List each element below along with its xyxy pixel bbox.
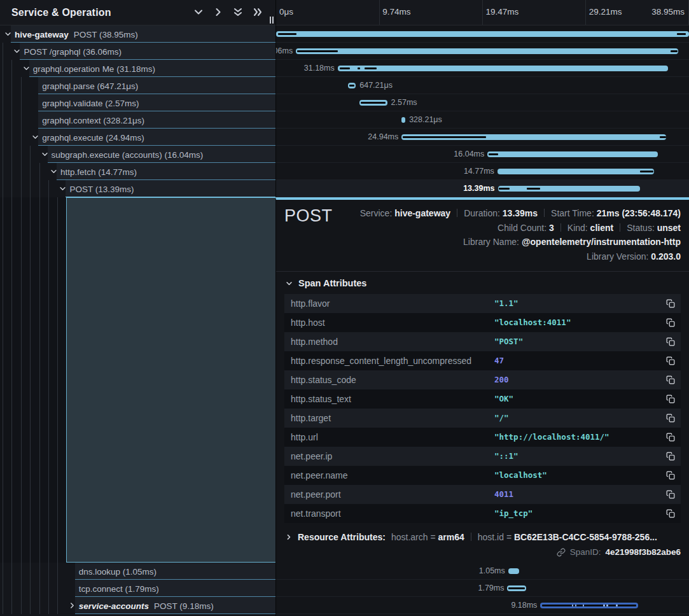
chevron-right-icon[interactable]	[286, 534, 292, 540]
indent-guide-line	[30, 563, 31, 580]
axis-tick: 9.74ms	[382, 7, 410, 17]
meta-separator	[560, 223, 561, 232]
span-timeline-cell: 31.18ms	[275, 60, 689, 77]
span-row: POST (13.39ms)13.39ms	[0, 180, 689, 197]
attribute-row: http.host"localhost:4011"	[284, 313, 681, 332]
span-rows-top: hive-gatewayPOST (38.95ms)POST /graphql …	[0, 25, 689, 197]
span-name-cell[interactable]: hive-gatewayPOST (38.95ms)	[0, 25, 275, 43]
meta-label: Kind:	[567, 223, 590, 233]
span-name-cell[interactable]: POST (13.39ms)	[0, 180, 275, 197]
copy-icon[interactable]	[666, 509, 675, 518]
span-timeline-cell: 2.57ms	[275, 94, 689, 111]
span-duration-bar[interactable]	[296, 48, 678, 54]
copy-icon[interactable]	[666, 375, 675, 384]
selected-span-highlight[interactable]	[66, 197, 275, 563]
indent-guide-line	[3, 129, 3, 146]
span-duration-bar[interactable]	[338, 66, 668, 71]
attribute-value: 47	[494, 351, 504, 370]
span-row-label: POST /graphql (36.06ms)	[24, 46, 122, 56]
span-name-cell[interactable]: graphql.execute (24.94ms)	[0, 129, 275, 146]
copy-icon[interactable]	[666, 395, 675, 403]
span-name-cell[interactable]: graphql.parse (647.21μs)	[0, 77, 275, 94]
indent-guide-line	[39, 197, 40, 563]
span-row: dns.lookup (1.05ms)1.05ms	[0, 563, 689, 580]
expand-one-icon[interactable]	[213, 7, 223, 17]
span-row: graphql.validate (2.57ms)2.57ms	[0, 94, 689, 111]
span-row-underline	[20, 59, 275, 60]
copy-icon[interactable]	[666, 318, 675, 327]
copy-icon[interactable]	[666, 356, 675, 365]
span-name-cell[interactable]: service-accountsPOST (9.18ms)	[0, 597, 275, 614]
span-timeline-cell: 24.94ms	[275, 129, 689, 146]
span-name-cell[interactable]: graphql.validate (2.57ms)	[0, 94, 275, 111]
span-duration-label: 31.18ms	[304, 64, 335, 73]
tree-controls	[193, 7, 263, 17]
indent-guide-line	[21, 146, 22, 163]
self-time-mark	[508, 587, 525, 589]
timeline-axis: 0μs 9.74ms 19.47ms 29.21ms 38.95ms	[275, 0, 689, 25]
span-duration-bar[interactable]	[498, 186, 640, 192]
attribute-row: http.target"/"	[284, 409, 681, 428]
indent-guide-line	[57, 580, 58, 597]
operation-name: http.fetch (14.77ms)	[60, 167, 137, 176]
span-row: graphql.operation Me (31.18ms)31.18ms	[0, 60, 689, 77]
chevron-down-icon[interactable]	[4, 31, 11, 38]
self-time-mark	[606, 605, 608, 606]
resource-attributes-row[interactable]: Resource Attributes: host.arch = arm64ho…	[284, 532, 681, 542]
span-duration-bar[interactable]	[276, 31, 689, 37]
span-name-cell[interactable]: subgraph.execute (accounts) (16.04ms)	[0, 146, 275, 163]
attribute-row: http.status_code200	[284, 370, 681, 389]
span-name-cell[interactable]: http.fetch (14.77ms)	[0, 163, 275, 180]
copy-icon[interactable]	[666, 299, 675, 308]
span-timeline-cell	[275, 25, 689, 43]
span-row-underline	[48, 162, 275, 163]
copy-icon[interactable]	[666, 471, 675, 480]
span-row: tcp.connect (1.79ms)1.79ms	[0, 580, 689, 597]
copy-icon[interactable]	[666, 490, 675, 499]
span-name-cell[interactable]: dns.lookup (1.05ms)	[0, 563, 275, 580]
chevron-down-icon[interactable]	[41, 151, 48, 158]
chevron-down-icon[interactable]	[59, 185, 66, 192]
panel-resize-handle[interactable]	[270, 17, 274, 24]
span-name-cell[interactable]: graphql.operation Me (31.18ms)	[0, 60, 275, 77]
operation-name: graphql.context (328.21μs)	[42, 115, 144, 125]
expand-all-icon[interactable]	[253, 7, 263, 17]
indent-guide-line	[21, 163, 22, 180]
copy-icon[interactable]	[666, 337, 675, 346]
chevron-down-icon[interactable]	[32, 134, 39, 141]
indent-guide-line	[3, 43, 3, 60]
span-timeline-cell: 16.04ms	[275, 146, 689, 163]
chevron-down-icon[interactable]	[13, 48, 20, 55]
span-name-cell[interactable]: POST /graphql (36.06ms)	[0, 43, 275, 60]
copy-icon[interactable]	[666, 433, 675, 442]
collapse-one-icon[interactable]	[193, 7, 204, 17]
span-name-cell[interactable]: tcp.connect (1.79ms)	[0, 580, 275, 597]
span-name-cell[interactable]: graphql.context (328.21μs)	[0, 111, 275, 129]
attribute-row: net.peer.port4011	[284, 485, 681, 504]
chevron-right-icon[interactable]	[69, 602, 76, 609]
resource-value: BC62E13B-C4CC-5854-9788-256...	[514, 532, 657, 542]
collapse-all-icon[interactable]	[233, 7, 243, 17]
span-duration-bar[interactable]	[498, 169, 654, 174]
self-time-mark	[365, 67, 377, 69]
indent-guide-line	[21, 563, 22, 580]
span-row-label: graphql.execute (24.94ms)	[42, 132, 144, 142]
indent-guide-line	[21, 111, 22, 129]
copy-icon[interactable]	[666, 414, 675, 423]
span-row-underline	[38, 128, 275, 129]
span-attributes-section-header[interactable]: Span Attributes	[286, 278, 681, 288]
span-duration-bar[interactable]	[487, 151, 657, 157]
self-time-mark	[278, 33, 296, 35]
link-icon[interactable]	[557, 548, 566, 557]
copy-icon[interactable]	[666, 452, 675, 461]
indent-guide-line	[57, 563, 58, 580]
span-duration-bar[interactable]	[401, 117, 405, 123]
span-row: graphql.execute (24.94ms)24.94ms	[0, 129, 689, 146]
chevron-down-icon[interactable]	[286, 280, 293, 287]
chevron-down-icon[interactable]	[23, 65, 30, 72]
span-duration-label: 16.04ms	[454, 150, 484, 158]
span-rows-bottom: dns.lookup (1.05ms)1.05mstcp.connect (1.…	[0, 563, 689, 614]
chevron-down-icon[interactable]	[50, 168, 57, 175]
selected-span-gutter	[0, 197, 275, 563]
span-duration-bar[interactable]	[508, 568, 520, 574]
